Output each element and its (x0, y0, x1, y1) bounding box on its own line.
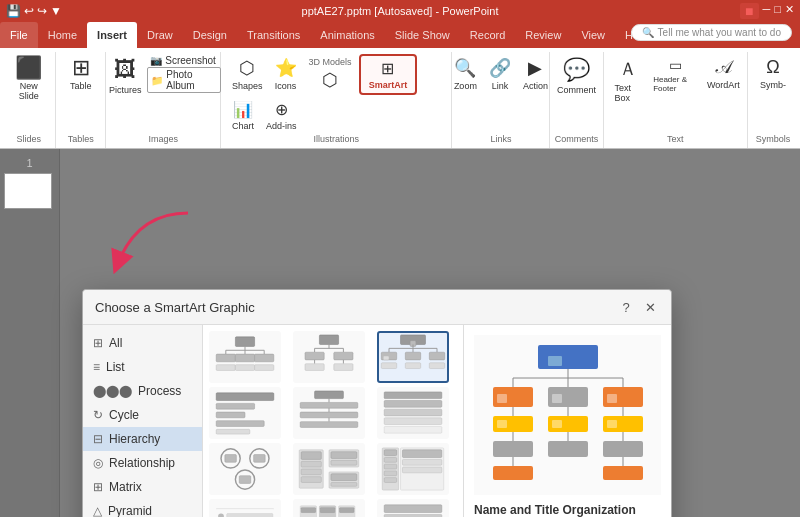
tab-file[interactable]: File (0, 22, 38, 48)
tab-transitions[interactable]: Transitions (237, 22, 310, 48)
smartart-thumb-12[interactable] (377, 499, 449, 517)
action-button[interactable]: ▶ Action (518, 54, 553, 94)
smartart-thumb-4[interactable] (209, 387, 281, 439)
header-footer-button[interactable]: ▭ Header & Footer (648, 54, 704, 96)
smartart-button[interactable]: ⊞ SmartArt (359, 54, 418, 95)
svg-rect-94 (384, 505, 442, 513)
new-slide-icon: ⬛ (15, 57, 42, 79)
textbox-icon: Ａ (619, 57, 637, 81)
smartart-thumb-3[interactable] (377, 331, 449, 383)
ribbon-tabs-row: File Home Insert Draw Design Transitions… (0, 22, 800, 48)
svg-rect-21 (305, 364, 324, 371)
link-button[interactable]: 🔗 Link (484, 54, 516, 94)
screenshot-button[interactable]: 📷 Screenshot (147, 54, 221, 67)
photo-album-button[interactable]: 📁 Photo Album (147, 67, 221, 93)
category-process[interactable]: ⬤⬤⬤Process (83, 379, 202, 403)
smartart-thumb-5[interactable] (293, 387, 365, 439)
hierarchy-icon: ⊟ (93, 432, 103, 446)
category-cycle[interactable]: ↻Cycle (83, 403, 202, 427)
smartart-dialog: Choose a SmartArt Graphic ? ✕ ⊞All ≡List… (82, 289, 672, 517)
tab-design[interactable]: Design (183, 22, 237, 48)
smartart-thumb-2[interactable] (293, 331, 365, 383)
window-controls: ■ ─ □ ✕ (740, 3, 794, 19)
svg-rect-12 (319, 335, 338, 345)
pictures-icon: 🖼 (114, 57, 136, 83)
category-relationship[interactable]: ◎Relationship (83, 451, 202, 475)
tell-me-label: Tell me what you want to do (658, 27, 781, 38)
shapes-icon: ⬡ (239, 57, 255, 79)
category-all[interactable]: ⊞All (83, 331, 202, 355)
tab-slideshow[interactable]: Slide Show (385, 22, 460, 48)
undo-icon[interactable]: ↩ (24, 4, 34, 18)
title-bar: 💾 ↩ ↪ ▼ pptAE27.pptm [Autosaved] - Power… (0, 0, 800, 22)
svg-rect-91 (301, 508, 315, 513)
ribbon-group-links: 🔍 Zoom 🔗 Link ▶ Action Links (452, 52, 550, 148)
addins-button[interactable]: ⊕ Add-ins (261, 97, 302, 134)
comment-button[interactable]: 💬 Comment (552, 54, 601, 98)
svg-rect-134 (548, 441, 588, 457)
smartart-thumb-11[interactable] (293, 499, 365, 517)
svg-rect-59 (239, 476, 251, 484)
new-slide-button[interactable]: ⬛ New Slide (8, 54, 49, 104)
smartart-thumb-9[interactable] (377, 443, 449, 495)
svg-rect-37 (216, 393, 274, 401)
tab-animations[interactable]: Animations (310, 22, 384, 48)
dialog-close-button[interactable]: ✕ (641, 298, 659, 316)
tell-me-box[interactable]: 🔍 Tell me what you want to do (631, 24, 792, 41)
svg-rect-79 (402, 459, 441, 465)
svg-rect-17 (305, 352, 324, 360)
smartart-thumb-7[interactable] (209, 443, 281, 495)
wordart-button[interactable]: 𝒜 WordArt (706, 54, 741, 93)
preview-title: Name and Title Organization Chart (474, 503, 661, 517)
svg-rect-8 (255, 354, 274, 362)
tab-draw[interactable]: Draw (137, 22, 183, 48)
tab-home[interactable]: Home (38, 22, 87, 48)
slide-thumbnail[interactable] (4, 173, 52, 209)
category-pyramid[interactable]: △Pyramid (83, 499, 202, 517)
pyramid-icon: △ (93, 504, 102, 517)
smartart-thumb-8[interactable] (293, 443, 365, 495)
textbox-button[interactable]: Ａ Text Box (610, 54, 647, 106)
category-matrix[interactable]: ⊞Matrix (83, 475, 202, 499)
tab-record[interactable]: Record (460, 22, 515, 48)
svg-rect-64 (301, 477, 321, 483)
chart-button[interactable]: 📊 Chart (227, 97, 259, 134)
table-icon: ⊞ (72, 57, 90, 79)
3d-models-label-top: 3D Models (309, 57, 352, 67)
icons-button[interactable]: ⭐ Icons (270, 54, 302, 94)
smartart-thumb-6[interactable] (377, 387, 449, 439)
dialog-help-button[interactable]: ? (617, 298, 635, 316)
svg-point-82 (218, 513, 224, 517)
maximize-btn[interactable]: □ (774, 3, 781, 19)
smartart-thumb-10[interactable] (209, 499, 281, 517)
ribbon-content: ⬛ New Slide Slides ⊞ Table Tables 🖼 Pict… (0, 48, 800, 149)
close-btn[interactable]: ✕ (785, 3, 794, 19)
customize-icon[interactable]: ▼ (50, 4, 62, 18)
minimize-btn[interactable]: ─ (763, 3, 771, 19)
tab-view[interactable]: View (571, 22, 615, 48)
3d-models-button[interactable]: 3D Models ⬡ (304, 54, 357, 94)
table-button[interactable]: ⊞ Table (65, 54, 97, 94)
shapes-button[interactable]: ⬡ Shapes (227, 54, 268, 94)
svg-rect-10 (235, 365, 254, 371)
process-icon: ⬤⬤⬤ (93, 384, 132, 398)
zoom-button[interactable]: 🔍 Zoom (449, 54, 482, 94)
svg-rect-62 (301, 461, 321, 467)
symbol-button[interactable]: Ω Symb- (755, 54, 791, 93)
smartart-thumb-1[interactable] (209, 331, 281, 383)
svg-rect-42 (315, 391, 344, 399)
pictures-button[interactable]: 🖼 Pictures (105, 54, 145, 98)
dialog-title-bar: Choose a SmartArt Graphic ? ✕ (83, 290, 671, 325)
svg-rect-48 (300, 422, 358, 428)
svg-rect-50 (384, 401, 442, 408)
save-icon[interactable]: 💾 (6, 4, 21, 18)
preview-svg (488, 340, 648, 490)
redo-icon[interactable]: ↪ (37, 4, 47, 18)
3d-models-icon: ⬡ (322, 69, 338, 91)
svg-rect-18 (334, 352, 353, 360)
tab-insert[interactable]: Insert (87, 22, 137, 48)
category-hierarchy[interactable]: ⊟Hierarchy (83, 427, 202, 451)
category-list[interactable]: ≡List (83, 355, 202, 379)
ribbon-group-tables: ⊞ Table Tables (56, 52, 106, 148)
tab-review[interactable]: Review (515, 22, 571, 48)
